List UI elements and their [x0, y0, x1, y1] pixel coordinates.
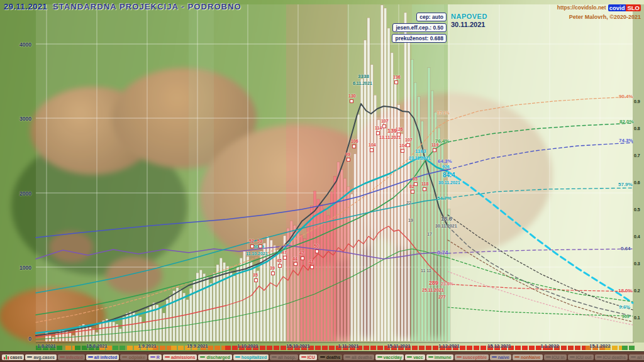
legend-item-admissions[interactable]: admissions [163, 354, 197, 360]
daily-cases-bar [156, 305, 158, 341]
timeline-segment [536, 346, 541, 350]
timeline-segment [384, 346, 390, 350]
daily-cases-bar [186, 300, 189, 341]
timeline-segment [113, 346, 118, 350]
timeline-segment [322, 346, 328, 350]
param-jesen-eff-cep[interactable]: jesen.eff.cep.: 0.50 [392, 23, 447, 32]
legend-item-label: susceptible [463, 355, 487, 359]
timeline-segment [308, 346, 314, 350]
series-line-icon [631, 356, 636, 358]
timeline-segment [508, 346, 514, 350]
legend-item-label: ICU in [552, 355, 565, 359]
timeline-segment [467, 346, 472, 350]
timeline-segment [89, 346, 94, 350]
daily-cases-bar [428, 68, 430, 342]
timeline-segment [160, 346, 165, 350]
timeline-segment [612, 346, 618, 350]
daily-cases-bar [397, 105, 400, 341]
legend-item-label: admissions [171, 355, 196, 359]
daily-cases-bar [370, 65, 373, 341]
timeline-segment [329, 346, 335, 350]
legend-item-infected[interactable]: infected [58, 354, 85, 360]
timeline-segment [480, 346, 486, 350]
legend-item-deaths[interactable]: deaths [318, 354, 343, 360]
legend-item-label: vacc [413, 355, 423, 359]
timeline-segment [336, 346, 341, 350]
timeline-segment [494, 346, 500, 350]
daily-cases-bar [209, 283, 212, 341]
timeline-segment [350, 346, 355, 350]
daily-cases-bar [304, 239, 306, 341]
projection-chart[interactable] [0, 0, 644, 362]
timeline-segment [370, 346, 376, 350]
legend-item-cases[interactable]: cases [2, 354, 24, 360]
legend-item-all-icu[interactable]: all ICU [629, 354, 644, 360]
daily-cases-bar [163, 313, 165, 341]
timeline-segment [586, 346, 591, 350]
timeline-segment [260, 346, 265, 350]
daily-cases-bar [300, 235, 303, 341]
legend-item-immune[interactable]: immune [426, 354, 453, 360]
legend-item-avg-cases[interactable]: avg.cases [25, 354, 56, 360]
daily-cases-bar [176, 288, 179, 341]
legend-item-label: odplake [128, 355, 145, 359]
legend-item-label: avg.cases [33, 355, 54, 359]
legend-item-vacc-day[interactable]: vacc/day [375, 354, 404, 360]
legend-item-all-infected[interactable]: all infected [86, 354, 119, 360]
legend-item-all-deaths[interactable]: all deaths [343, 354, 374, 360]
daily-cases-bar [408, 38, 410, 341]
legend-item-odplake[interactable]: odplake [120, 354, 147, 360]
legend-item-r[interactable]: R [148, 354, 162, 360]
timeline-segment [192, 346, 197, 350]
timeline-segment [605, 346, 611, 350]
series-line-icon [570, 356, 575, 358]
legend-item-icu-deaths[interactable]: ICU deaths [595, 354, 628, 360]
param-cep[interactable]: cep: auto [416, 13, 447, 21]
daily-cases-bar [425, 150, 427, 341]
daily-cases-bar [109, 320, 111, 341]
series-line-icon [27, 356, 32, 358]
legend-item-nonnaive[interactable]: nonNaive [513, 354, 543, 360]
timeline-segment [57, 346, 62, 350]
legend-item-naive[interactable]: naive [490, 354, 511, 360]
legend-item-discharged[interactable]: discharged [198, 354, 231, 360]
timeline-segment [622, 346, 628, 350]
timeline-segment [419, 346, 425, 350]
daily-cases-bar [354, 154, 357, 341]
legend-item-label: deaths [326, 355, 341, 359]
legend-item-all-hosp-[interactable]: all hosp. [270, 354, 297, 360]
daily-cases-bar [327, 216, 330, 341]
legend-item-icu-in[interactable]: ICU in [544, 354, 567, 360]
legend-item-label: naive [498, 355, 509, 359]
site-url-link[interactable]: https://covidslo.net [557, 4, 606, 11]
daily-cases-bar [391, 53, 393, 341]
timeline-segment [433, 346, 438, 350]
daily-cases-bar [357, 114, 360, 341]
timeline-segment [460, 346, 465, 350]
timeline-segment [127, 346, 133, 350]
timeline-segment [274, 346, 279, 350]
timeline-segment [405, 346, 411, 350]
timeline-segment [214, 346, 220, 350]
param-prekuzenost[interactable]: prekuženost: 0.688 [392, 34, 447, 43]
report-date: 29.11.2021 [4, 2, 47, 11]
legend-item-icu-out[interactable]: ICU out [568, 354, 594, 360]
legend-item-hospitalized[interactable]: hospitalized [233, 354, 269, 360]
timeline-segment [522, 346, 528, 350]
legend-item-susceptible[interactable]: susceptible [455, 354, 489, 360]
daily-cases-bar [421, 121, 423, 341]
timeline-segment [592, 346, 598, 350]
legend-item-label: discharged [206, 355, 230, 359]
daily-cases-bar [394, 77, 397, 341]
daily-cases-bar [330, 192, 333, 341]
header-right: https://covidslo.netcovidSLO Peter Malov… [557, 1, 641, 21]
legend-item-icu[interactable]: ICU [299, 354, 317, 360]
legend-item-label: immune [435, 355, 452, 359]
daily-cases-bar [119, 329, 121, 341]
timeline-segment [343, 346, 348, 350]
daily-cases-bar [113, 322, 115, 341]
series-line-icon [546, 356, 551, 358]
legend-item-vacc[interactable]: vacc [405, 354, 425, 360]
timeline-segment [148, 346, 153, 350]
timeline-segment [119, 346, 125, 350]
